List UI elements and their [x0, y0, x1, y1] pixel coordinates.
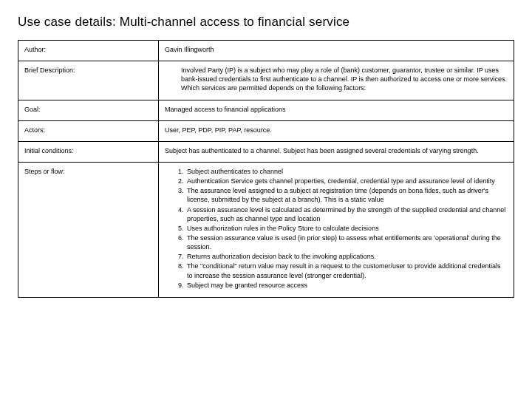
list-item: Subject authenticates to channel — [185, 167, 508, 176]
row-value-actors: User, PEP, PDP, PIP, PAP, resource. — [159, 120, 514, 141]
table-row: Actors: User, PEP, PDP, PIP, PAP, resour… — [18, 120, 514, 141]
row-value-goal: Managed access to financial applications — [159, 100, 514, 120]
list-item: The assurance level assigned to a subjec… — [185, 186, 508, 204]
row-label-actors: Actors: — [18, 120, 159, 141]
list-item: Subject may be granted resource access — [185, 281, 508, 290]
row-label-goal: Goal: — [18, 100, 159, 120]
row-value-initial: Subject has authenticated to a channel. … — [159, 141, 514, 162]
use-case-table: Author: Gavin Illingworth Brief Descript… — [18, 40, 514, 298]
list-item: Authentication Service gets channel prop… — [185, 177, 508, 185]
row-value-steps: Subject authenticates to channel Authent… — [159, 162, 514, 297]
table-row: Author: Gavin Illingworth — [18, 41, 514, 61]
list-item: A session assurance level is calculated … — [185, 205, 508, 223]
row-value-author: Gavin Illingworth — [159, 41, 514, 61]
table-row: Initial conditions: Subject has authenti… — [18, 141, 514, 162]
row-label-steps: Steps or flow: — [18, 162, 159, 297]
steps-list: Subject authenticates to channel Authent… — [165, 167, 508, 290]
table-row: Goal: Managed access to financial applic… — [18, 100, 514, 120]
brief-description-text: Involved Party (IP) is a subject who may… — [165, 66, 508, 92]
list-item: Returns authorization decision back to t… — [185, 252, 508, 261]
table-row: Brief Description: Involved Party (IP) i… — [18, 61, 514, 100]
page-title: Use case details: Multi-channel access t… — [18, 15, 514, 30]
list-item: Uses authorization rules in the Policy S… — [185, 224, 508, 233]
row-label-initial: Initial conditions: — [18, 141, 159, 162]
table-row: Steps or flow: Subject authenticates to … — [18, 162, 514, 297]
list-item: The session assurance value is used (in … — [185, 233, 508, 251]
row-value-brief: Involved Party (IP) is a subject who may… — [159, 61, 514, 100]
list-item: The "conditional" return value may resul… — [185, 262, 508, 279]
row-label-brief: Brief Description: — [18, 61, 159, 100]
row-label-author: Author: — [18, 41, 159, 61]
